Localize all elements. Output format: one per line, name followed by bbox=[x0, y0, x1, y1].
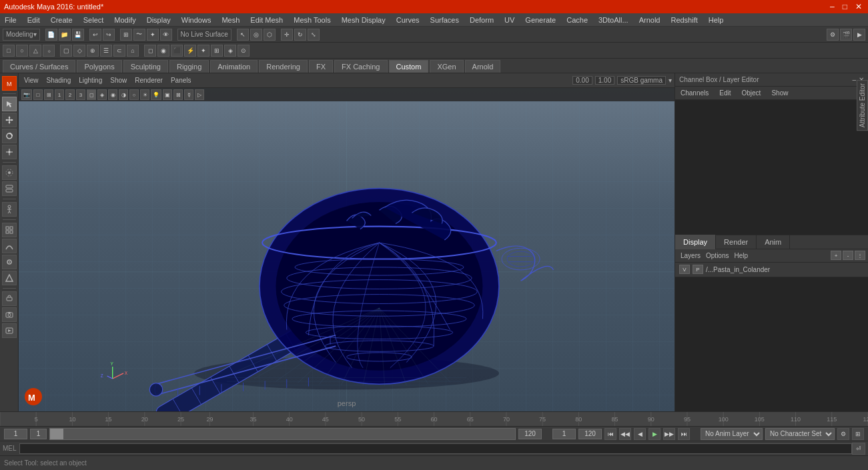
menu-redshift[interactable]: Redshift bbox=[669, 15, 699, 25]
sel-type1[interactable]: ▢ bbox=[60, 45, 72, 57]
close-btn[interactable]: ✕ bbox=[853, 2, 864, 11]
scale-btn[interactable]: ⤡ bbox=[308, 29, 320, 41]
redo-btn[interactable]: ↪ bbox=[103, 29, 115, 41]
vp-menu-lighting[interactable]: Lighting bbox=[76, 76, 105, 85]
sel-mask2[interactable]: ○ bbox=[16, 45, 28, 57]
lasso-btn[interactable]: ◎ bbox=[250, 29, 262, 41]
menu-generate[interactable]: Generate bbox=[523, 15, 558, 25]
menu-select[interactable]: Select bbox=[81, 15, 106, 25]
anim-opts2-btn[interactable]: ⊞ bbox=[852, 428, 864, 440]
vis-btn3[interactable]: ⬛ bbox=[171, 45, 183, 57]
range-start-input[interactable] bbox=[552, 429, 576, 439]
menu-edit-mesh[interactable]: Edit Mesh bbox=[248, 15, 285, 25]
open-btn[interactable]: 📁 bbox=[59, 29, 71, 41]
anim-layer-dropdown[interactable]: No Anim Layer bbox=[701, 428, 763, 440]
rotate-btn[interactable]: ↻ bbox=[294, 29, 306, 41]
snap-curve-btn[interactable] bbox=[2, 239, 17, 253]
prev-frame-btn[interactable]: ◀◀ bbox=[619, 428, 631, 440]
rp-menu-edit[interactable]: Edit bbox=[717, 89, 733, 97]
save-btn[interactable]: 💾 bbox=[72, 29, 84, 41]
vi-cam-btn[interactable]: 📷 bbox=[21, 89, 32, 100]
rp-layers-menu[interactable]: Layers bbox=[678, 251, 703, 260]
snap-grid-btn[interactable] bbox=[2, 223, 17, 237]
vis-btn8[interactable]: ⊙ bbox=[238, 45, 250, 57]
vi-ao[interactable]: ☿ bbox=[184, 89, 193, 100]
select-tool-btn[interactable] bbox=[2, 97, 17, 111]
title-bar-controls[interactable]: – □ ✕ bbox=[828, 2, 864, 11]
tab-curves-surfaces[interactable]: Curves / Surfaces bbox=[3, 60, 75, 73]
vi-shading4[interactable]: ◑ bbox=[119, 89, 128, 100]
go-end-btn[interactable]: ⏭ bbox=[678, 428, 690, 440]
attribute-editor-tab[interactable]: Attribute Editor bbox=[857, 80, 868, 131]
vis-btn7[interactable]: ◈ bbox=[224, 45, 236, 57]
rp-tab-display[interactable]: Display bbox=[675, 235, 716, 249]
minimize-btn[interactable]: – bbox=[828, 2, 837, 11]
mode-dropdown[interactable]: Modeling▾ bbox=[3, 29, 40, 41]
menu-mesh[interactable]: Mesh bbox=[220, 15, 242, 25]
rp-minimize[interactable]: – bbox=[852, 76, 856, 83]
rp-tab-render[interactable]: Render bbox=[716, 235, 757, 249]
vi-mode3[interactable]: 3 bbox=[76, 89, 85, 100]
menu-modify[interactable]: Modify bbox=[112, 15, 137, 25]
sel-type3[interactable]: ⊕ bbox=[87, 45, 99, 57]
sel-type6[interactable]: ⌂ bbox=[127, 45, 139, 57]
snap-pt[interactable]: ✦ bbox=[147, 29, 159, 41]
menu-3dto[interactable]: 3DtoAll... bbox=[596, 15, 630, 25]
menu-cache[interactable]: Cache bbox=[564, 15, 590, 25]
render-view-btn[interactable] bbox=[2, 323, 17, 338]
tab-arnold[interactable]: Arnold bbox=[465, 60, 501, 73]
rp-menu-show[interactable]: Show bbox=[769, 89, 791, 97]
move-btn[interactable]: ✛ bbox=[281, 29, 293, 41]
menu-curves[interactable]: Curves bbox=[394, 15, 422, 25]
rotate-tool-btn[interactable] bbox=[2, 129, 17, 143]
move-tool-btn[interactable] bbox=[2, 113, 17, 127]
tab-fx-caching[interactable]: FX Caching bbox=[334, 60, 387, 73]
no-live-surface[interactable]: No Live Surface bbox=[177, 29, 232, 41]
rp-options-menu[interactable]: Options bbox=[703, 251, 731, 260]
sel-type2[interactable]: ◇ bbox=[73, 45, 85, 57]
menu-windows[interactable]: Windows bbox=[179, 15, 213, 25]
vi-shading5[interactable]: ○ bbox=[129, 89, 139, 100]
play-btn[interactable]: ▶ bbox=[648, 428, 661, 440]
camera-btn[interactable] bbox=[2, 307, 17, 322]
layer-v-btn[interactable]: V bbox=[679, 265, 690, 274]
show-man-btn[interactable] bbox=[2, 202, 17, 217]
cmd-input[interactable] bbox=[19, 443, 852, 454]
vi-light1[interactable]: ☀ bbox=[140, 89, 149, 100]
menu-uv[interactable]: UV bbox=[502, 15, 516, 25]
menu-mesh-display[interactable]: Mesh Display bbox=[340, 15, 388, 25]
vi-mode2[interactable]: 2 bbox=[65, 89, 75, 100]
vi-shading3[interactable]: ◉ bbox=[108, 89, 117, 100]
vi-anim[interactable]: ▷ bbox=[195, 89, 204, 100]
menu-edit[interactable]: Edit bbox=[25, 15, 42, 25]
menu-mesh-tools[interactable]: Mesh Tools bbox=[292, 15, 332, 25]
menu-file[interactable]: File bbox=[3, 15, 19, 25]
tab-custom[interactable]: Custom bbox=[389, 60, 429, 73]
tab-xgen[interactable]: XGen bbox=[430, 60, 463, 73]
vi-shading1[interactable]: ◻ bbox=[87, 89, 96, 100]
vis-btn4[interactable]: ⚡ bbox=[184, 45, 196, 57]
tab-polygons[interactable]: Polygons bbox=[77, 60, 121, 73]
maximize-btn[interactable]: □ bbox=[841, 2, 849, 11]
end-frame-input[interactable] bbox=[518, 429, 542, 439]
menu-help[interactable]: Help bbox=[707, 15, 726, 25]
snap-curve[interactable]: 〜 bbox=[133, 29, 145, 41]
tab-animation[interactable]: Animation bbox=[210, 60, 258, 73]
char-set-dropdown[interactable]: No Character Set bbox=[765, 428, 835, 440]
vi-shading2[interactable]: ◈ bbox=[97, 89, 107, 100]
vis-btn6[interactable]: ⊞ bbox=[211, 45, 223, 57]
sel-mask3[interactable]: △ bbox=[29, 45, 41, 57]
menu-arnold[interactable]: Arnold bbox=[637, 15, 663, 25]
rp-menu-object[interactable]: Object bbox=[739, 89, 764, 97]
select-btn[interactable]: ↖ bbox=[237, 29, 249, 41]
constraints-btn[interactable] bbox=[2, 291, 17, 306]
undo-btn[interactable]: ↩ bbox=[89, 29, 101, 41]
tab-rigging[interactable]: Rigging bbox=[169, 60, 209, 73]
srgb-label[interactable]: sRGB gamma bbox=[617, 76, 666, 85]
sel-type5[interactable]: ⊂ bbox=[113, 45, 125, 57]
tab-sculpting[interactable]: Sculpting bbox=[123, 60, 168, 73]
menu-deform[interactable]: Deform bbox=[468, 15, 496, 25]
vi-grid-btn[interactable]: ⊞ bbox=[44, 89, 53, 100]
vi-mode1[interactable]: 1 bbox=[55, 89, 64, 100]
start-frame-input[interactable] bbox=[30, 429, 47, 439]
